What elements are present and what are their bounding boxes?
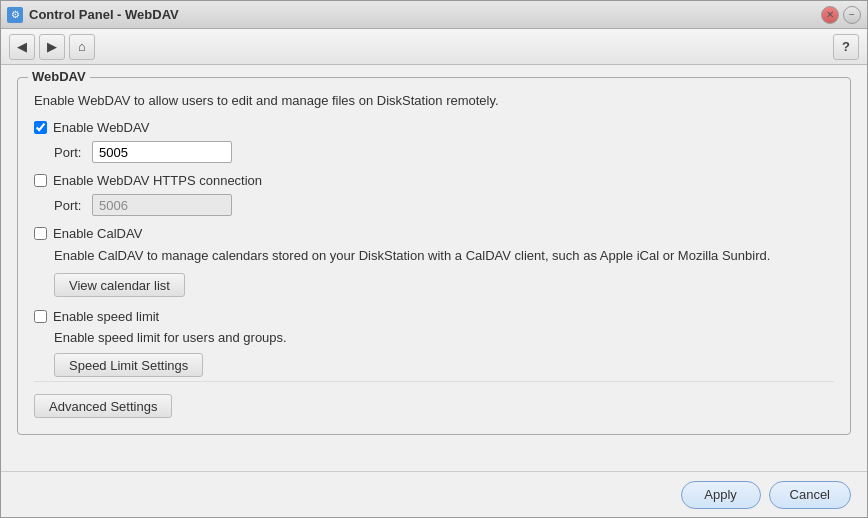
speed-limit-button[interactable]: Speed Limit Settings — [54, 353, 203, 377]
enable-speed-label[interactable]: Enable speed limit — [53, 309, 159, 324]
cancel-button[interactable]: Cancel — [769, 481, 851, 509]
enable-caldav-checkbox[interactable] — [34, 227, 47, 240]
enable-https-checkbox[interactable] — [34, 174, 47, 187]
webdav-description: Enable WebDAV to allow users to edit and… — [34, 92, 834, 110]
toolbar: ◀ ▶ ⌂ ? — [1, 29, 867, 65]
main-window: ⚙ Control Panel - WebDAV ✕ − ◀ ▶ ⌂ ? Web… — [0, 0, 868, 518]
caldav-button-row: View calendar list — [54, 273, 834, 297]
titlebar-buttons: ✕ − — [821, 6, 861, 24]
close-button[interactable]: ✕ — [821, 6, 839, 24]
groupbox-legend: WebDAV — [28, 69, 90, 84]
separator — [34, 381, 834, 382]
https-port-row: Port: — [54, 194, 834, 216]
apply-button[interactable]: Apply — [681, 481, 761, 509]
advanced-settings-button[interactable]: Advanced Settings — [34, 394, 172, 418]
advanced-row: Advanced Settings — [34, 394, 834, 418]
enable-webdav-row: Enable WebDAV — [34, 120, 834, 135]
window-icon: ⚙ — [7, 7, 23, 23]
titlebar: ⚙ Control Panel - WebDAV ✕ − — [1, 1, 867, 29]
view-calendar-button[interactable]: View calendar list — [54, 273, 185, 297]
enable-https-label[interactable]: Enable WebDAV HTTPS connection — [53, 173, 262, 188]
home-button[interactable]: ⌂ — [69, 34, 95, 60]
webdav-port-input[interactable] — [92, 141, 232, 163]
https-port-input[interactable] — [92, 194, 232, 216]
webdav-port-row: Port: — [54, 141, 834, 163]
speed-description: Enable speed limit for users and groups. — [54, 330, 834, 345]
enable-speed-row: Enable speed limit — [34, 309, 834, 324]
webdav-groupbox: WebDAV Enable WebDAV to allow users to e… — [17, 77, 851, 435]
minimize-button[interactable]: − — [843, 6, 861, 24]
help-button[interactable]: ? — [833, 34, 859, 60]
footer: Apply Cancel — [1, 471, 867, 517]
enable-caldav-row: Enable CalDAV — [34, 226, 834, 241]
https-port-label: Port: — [54, 198, 84, 213]
enable-webdav-checkbox[interactable] — [34, 121, 47, 134]
enable-https-row: Enable WebDAV HTTPS connection — [34, 173, 834, 188]
caldav-description: Enable CalDAV to manage calendars stored… — [54, 247, 834, 265]
back-button[interactable]: ◀ — [9, 34, 35, 60]
enable-caldav-label[interactable]: Enable CalDAV — [53, 226, 142, 241]
speed-button-row: Speed Limit Settings — [54, 353, 834, 377]
enable-speed-checkbox[interactable] — [34, 310, 47, 323]
content-area: WebDAV Enable WebDAV to allow users to e… — [1, 65, 867, 471]
webdav-port-label: Port: — [54, 145, 84, 160]
enable-webdav-label[interactable]: Enable WebDAV — [53, 120, 149, 135]
window-title: Control Panel - WebDAV — [29, 7, 815, 22]
forward-button[interactable]: ▶ — [39, 34, 65, 60]
